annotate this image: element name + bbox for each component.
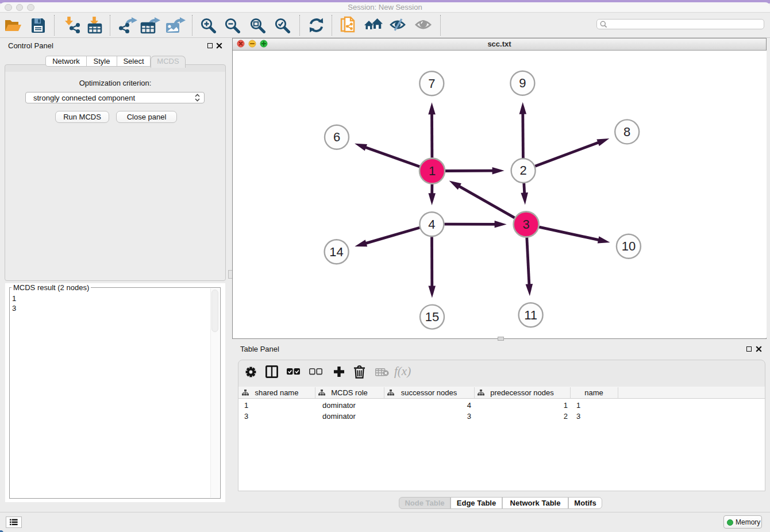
svg-text:6: 6	[333, 130, 340, 144]
svg-text:1: 1	[429, 164, 436, 178]
svg-text:2: 2	[519, 163, 526, 178]
svg-text:4: 4	[428, 217, 435, 232]
svg-text:15: 15	[425, 310, 439, 324]
svg-text:3: 3	[522, 217, 529, 232]
svg-text:11: 11	[524, 308, 537, 322]
svg-text:10: 10	[622, 239, 636, 253]
svg-text:9: 9	[519, 76, 526, 90]
svg-text:8: 8	[623, 125, 630, 139]
svg-text:7: 7	[428, 76, 435, 91]
svg-text:14: 14	[329, 245, 343, 259]
